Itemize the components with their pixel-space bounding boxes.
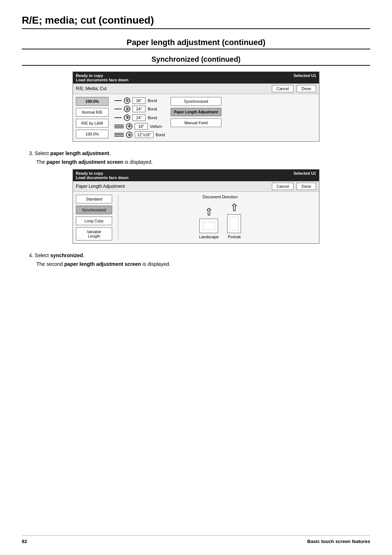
tray-circle-1: ① — [124, 97, 130, 104]
tray-line — [114, 136, 124, 137]
orientation-row: ⇧ Landscape ⇧ Portrait — [124, 203, 316, 239]
screen2-toolbar: Paper Length Adjustment Cancel Done — [73, 181, 319, 192]
step4-plain: Select — [35, 252, 50, 258]
screen2-standard-button[interactable]: Standard — [76, 195, 112, 203]
step4-desc-after: is displayed. — [141, 261, 171, 267]
screen2-right-col: Document Direction ⇧ Landscape ⇧ Portrai… — [124, 195, 316, 240]
portrait-paper-icon — [227, 214, 241, 233]
tray-size-1: 36" — [132, 97, 146, 104]
step4-desc-plain: The second — [36, 261, 64, 267]
tray-line — [114, 126, 124, 127]
tray-line — [114, 127, 124, 128]
screen1-toolbar: R/E; Media; Cut Cancel Done — [73, 84, 319, 94]
step4-after: . — [83, 252, 85, 258]
tray-line — [114, 133, 124, 134]
tray-size-3: 24" — [132, 114, 146, 121]
step4-num: 4. — [29, 252, 35, 258]
step3-description: The paper length adjustment screen is di… — [22, 159, 370, 165]
step3-text: 3. Select paper length adjustment. — [22, 150, 370, 156]
portrait-arrow-icon: ⇧ — [230, 203, 238, 213]
screen2-done-button[interactable]: Done — [297, 183, 316, 190]
step3-bold: paper length adjustment — [50, 150, 109, 156]
tray-media-3: Bond — [148, 116, 157, 120]
tray-size-5: 12"x18" — [135, 131, 154, 138]
screen1-mockup: Ready to copy Load documents face down S… — [73, 72, 319, 142]
screen1-synchronized-button[interactable]: Synchronized — [171, 97, 221, 106]
screen2-variable-length-button[interactable]: VariableLength — [76, 227, 112, 240]
tray-line — [114, 134, 124, 135]
tray-media-2: Bond — [148, 107, 157, 111]
tray-row-3: ③ 24" Bond — [114, 114, 165, 121]
tray-media-4: Vellum — [150, 124, 162, 129]
tray-media-5: Bond — [156, 133, 165, 137]
sub-heading: Synchronized (continued) — [22, 55, 370, 66]
screen1-toolbar-title: R/E; Media; Cut — [76, 86, 269, 91]
screen2-mockup: Ready to copy Load documents face down S… — [73, 169, 319, 244]
screen1-done-button[interactable]: Done — [297, 85, 316, 92]
landscape-arrow-icon: ⇧ — [205, 207, 213, 217]
screen2-synchronized-button[interactable]: Synchronized — [76, 206, 112, 214]
tray-circle-3: ③ — [124, 114, 130, 121]
tray-circle-5: ⑤ — [126, 131, 132, 138]
screen1-left-btn-1[interactable]: Normal R/E — [76, 108, 109, 117]
step3-desc-plain: The — [36, 159, 46, 165]
step4-text: 4. Select synchronized. — [22, 252, 370, 258]
tray-row-2: ② 24" Bond — [114, 106, 165, 112]
page-footer: 82 Basic touch screen features — [22, 535, 370, 544]
portrait-item: ⇧ Portrait — [227, 203, 241, 239]
step4-desc-bold: paper length adjustment screen — [64, 261, 141, 267]
screen2-header: Ready to copy Load documents face down S… — [73, 170, 319, 181]
screen1-right-col: Synchronized Paper Length Adjustment Man… — [171, 97, 221, 138]
tray-line — [114, 125, 124, 125]
tray-row-1: ① 36" Bond — [114, 97, 165, 104]
screen1-body: 100.0% Normal R/E R/E by L&W 100.0% ① 36… — [73, 94, 319, 141]
landscape-label: Landscape — [199, 235, 219, 239]
step3-num: 3. — [29, 150, 35, 156]
screen1-manual-feed-button[interactable]: Manual Feed — [171, 118, 221, 127]
tray-line — [114, 117, 122, 118]
tray-media-1: Bond — [148, 98, 157, 103]
screen1-left-col: 100.0% Normal R/E R/E by L&W 100.0% — [76, 97, 109, 138]
screen2-header-left: Ready to copy Load documents face down — [76, 171, 128, 180]
screen1-header-left: Ready to copy Load documents face down — [76, 73, 128, 82]
tray-row-5: ⑤ 12"x18" Bond — [114, 131, 165, 138]
section-heading: Paper length adjustment (continued) — [22, 38, 370, 49]
screen1-paper-length-button[interactable]: Paper Length Adjustment — [171, 108, 221, 116]
landscape-paper-icon — [199, 219, 218, 233]
screen1-cancel-button[interactable]: Cancel — [272, 85, 294, 92]
screen1-left-btn-2[interactable]: R/E by L&W — [76, 119, 109, 127]
screen1-header-right: Selected U1 — [294, 73, 316, 82]
tray-circle-4: ④ — [126, 123, 132, 130]
landscape-item: ⇧ Landscape — [199, 207, 219, 239]
tray-size-4: 18" — [135, 123, 148, 130]
screen2-left-col: Standard Synchronized Long Copy Variable… — [76, 195, 112, 240]
screen1-tray-col: ① 36" Bond ② 24" Bond — [111, 97, 168, 138]
screen2-header-right: Selected U1 — [294, 171, 316, 180]
tray-circle-2: ② — [124, 106, 130, 112]
screen2-cancel-button[interactable]: Cancel — [272, 183, 294, 190]
step4-description: The second paper length adjustment scree… — [22, 261, 370, 267]
step3-desc-bold: paper length adjustment screen — [46, 159, 123, 165]
tray-line — [114, 109, 122, 109]
footer-page-number: 82 — [22, 539, 27, 544]
step3-after: . — [109, 150, 111, 156]
adjust-divider — [118, 195, 118, 240]
screen1-header: Ready to copy Load documents face down S… — [73, 72, 319, 84]
portrait-label: Portrait — [228, 235, 241, 239]
step4-bold: synchronized — [50, 252, 83, 258]
screen2-toolbar-title: Paper Length Adjustment — [76, 184, 269, 189]
screen1-left-btn-0[interactable]: 100.0% — [76, 97, 109, 106]
main-title: R/E; media; cut (continued) — [22, 15, 370, 29]
tray-row-4: ④ 18" Vellum — [114, 123, 165, 130]
footer-section-label: Basic touch screen features — [307, 539, 370, 544]
step3-plain: Select — [35, 150, 50, 156]
tray-size-2: 24" — [132, 106, 146, 112]
screen2-long-copy-button[interactable]: Long Copy — [76, 216, 112, 225]
tray-line — [114, 100, 122, 101]
step3-desc-after: is displayed. — [123, 159, 153, 165]
screen1-left-btn-3[interactable]: 100.0% — [76, 130, 109, 138]
doc-direction-label: Document Direction — [124, 195, 316, 199]
screen2-body: Standard Synchronized Long Copy Variable… — [73, 192, 319, 243]
